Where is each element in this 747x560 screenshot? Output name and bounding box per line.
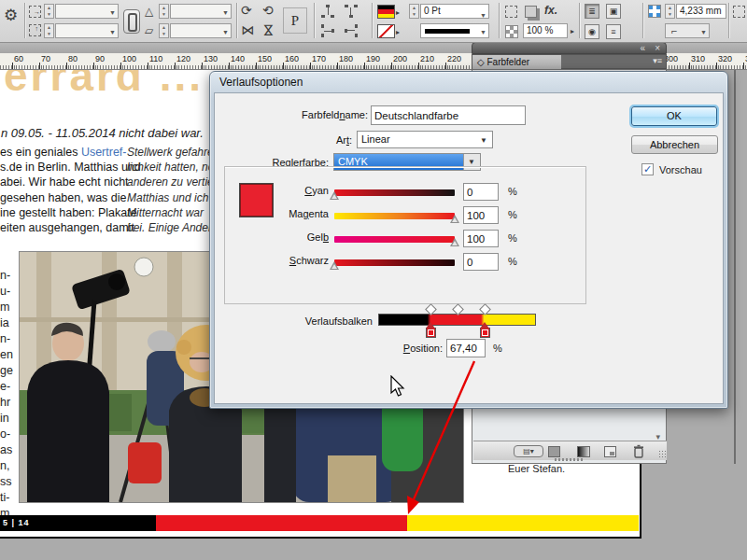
ruler-number: 150 — [258, 54, 272, 63]
panel-resize-grip[interactable] — [658, 450, 667, 458]
swatch-name-label: Farbfeldname: — [252, 109, 368, 120]
effects-fx-icon[interactable]: fx. — [544, 4, 557, 17]
ramp-stop-marker[interactable] — [480, 328, 490, 338]
ruler-number: 110 — [149, 54, 162, 63]
cancel-button[interactable]: Abbrechen — [631, 135, 718, 154]
corner-style-dropdown[interactable]: ⌐▼ — [665, 23, 710, 38]
marching-ants-icon[interactable] — [733, 6, 745, 18]
new-color-group-button[interactable] — [548, 446, 560, 457]
ruler-number: 220 — [447, 54, 461, 63]
percent-label: % — [508, 256, 517, 267]
panel-resize-blind[interactable] — [555, 458, 585, 461]
height-icon: ↑ — [29, 24, 41, 36]
article-dateline: n 09.05. - 11.05.2014 nicht dabei war. — [1, 126, 204, 140]
wrap-object-shape-icon[interactable]: ◉ — [585, 24, 599, 39]
distribute-icon[interactable] — [321, 24, 334, 37]
stroke-flyout-icon[interactable]: ▸ — [396, 26, 400, 39]
link-scale-icon[interactable] — [123, 9, 140, 34]
corner-radius-field[interactable]: 4,233 mm — [676, 4, 726, 19]
opacity-flyout-icon[interactable]: ▸ — [571, 25, 574, 38]
stroke-weight-field[interactable]: 0 Pt▼ — [420, 4, 489, 19]
schwarz-slider-thumb[interactable] — [330, 261, 339, 270]
new-gradient-button[interactable] — [577, 446, 590, 457]
margin-fragment: o- — [0, 427, 16, 442]
flip-vertical-icon[interactable]: ⋈ — [262, 23, 275, 36]
gradient-ramp-wrap — [378, 314, 536, 326]
control-toolbar: ⚙ → ↑ ▲▼ ▲▼ ▼ ▼ △ ▱ ▲▼ ▲▼ ▼ ▼ ⟳ ⟲ ⋈ ⋈ P … — [0, 0, 747, 43]
text-line: ine gestellt haben: Plakate — [0, 205, 120, 220]
magenta-slider-track[interactable] — [334, 213, 455, 219]
cyan-slider-thumb[interactable] — [330, 191, 339, 200]
gradient-type-dropdown[interactable]: Linear▼ — [357, 131, 493, 148]
stroke-swatch[interactable] — [377, 24, 395, 38]
gradient-ramp[interactable] — [378, 314, 536, 326]
position-label: Position: — [345, 343, 443, 354]
schwarz-slider-track[interactable] — [334, 259, 455, 266]
fill-flyout-icon[interactable]: ▸ — [396, 7, 400, 20]
schwarz-value-input[interactable] — [463, 253, 499, 271]
magenta-value-input[interactable] — [463, 206, 499, 224]
ok-button[interactable]: OK — [631, 106, 717, 126]
flip-horizontal-icon[interactable]: ⋈ — [241, 23, 254, 36]
distribute-icon[interactable] — [345, 5, 358, 18]
rotation-angle-icon: △ — [145, 5, 153, 18]
shear-stepper[interactable]: ▲▼ — [159, 23, 169, 38]
new-swatch-button[interactable] — [604, 446, 616, 457]
delete-swatch-icon[interactable] — [632, 444, 645, 458]
margin-fragment: as — [0, 442, 16, 458]
tab-farbfelder[interactable]: ◇ Farbfelder — [472, 55, 561, 69]
position-input[interactable] — [446, 339, 486, 357]
panel-menu-icon[interactable]: ▾≡ — [653, 56, 662, 65]
rotate-ccw-icon[interactable]: ⟲ — [262, 4, 274, 17]
corner-radius-stepper[interactable]: ▲▼ — [665, 4, 675, 19]
wrap-bounding-box-icon[interactable]: ▣ — [606, 4, 621, 19]
rotation-stepper[interactable]: ▲▼ — [159, 4, 169, 19]
magenta-slider-thumb[interactable] — [450, 215, 459, 223]
gradient-type-label: Art: — [252, 134, 352, 146]
scale-y-stepper[interactable]: ▲▼ — [44, 23, 54, 38]
wrap-jump-icon[interactable]: ≡ — [606, 24, 621, 39]
scale-x-stepper[interactable]: ▲▼ — [44, 4, 54, 19]
slider-row-gelb: Gelb % — [215, 230, 588, 253]
distribute-icon[interactable] — [321, 5, 334, 18]
preview-checkbox[interactable]: ✓ — [641, 163, 654, 175]
cyan-value-input[interactable] — [463, 183, 499, 201]
close-panel-icon[interactable]: × — [655, 43, 660, 54]
object-style-icon[interactable] — [505, 6, 517, 18]
fill-swatch[interactable] — [377, 5, 395, 19]
stroke-style-dropdown[interactable]: ▼ — [420, 23, 489, 38]
distribute-icon[interactable] — [345, 24, 358, 37]
gelb-slider-thumb[interactable] — [450, 238, 459, 246]
swatch-name-input[interactable] — [371, 105, 526, 125]
opacity-field[interactable]: 100 % — [523, 23, 568, 38]
wrap-none-icon[interactable]: ≣ — [585, 4, 599, 19]
margin-fragments: n-u-mian-engee-hrino-asn,ssti-m — [0, 268, 16, 522]
margin-fragment: n, — [0, 458, 16, 474]
page-indicator: 5 | 14 — [3, 518, 30, 527]
corner-options-icon[interactable] — [648, 5, 661, 18]
gradient-options-dialog: Verlaufsoptionen Farbfeldname: Art: Line… — [209, 71, 728, 409]
gelb-slider-track[interactable] — [334, 236, 455, 243]
shear-dropdown[interactable]: ▼ — [170, 23, 232, 38]
margin-fragment: u- — [0, 284, 16, 300]
rotation-dropdown[interactable]: ▼ — [170, 4, 232, 19]
scale-y-dropdown[interactable]: ▼ — [55, 23, 119, 38]
panel-buttonbar: ▤▾ — [473, 441, 667, 460]
scale-x-dropdown[interactable]: ▼ — [55, 4, 119, 19]
rotate-cw-icon[interactable]: ⟳ — [241, 4, 252, 17]
stroke-weight-stepper[interactable]: ▲▼ — [409, 4, 419, 19]
paragraph-proxy-icon: P — [283, 7, 307, 34]
cyan-slider-track[interactable] — [334, 189, 455, 196]
margin-fragment: ia — [0, 315, 16, 331]
ruler-number: 130 — [204, 54, 218, 63]
ruler-number: 200 — [393, 54, 407, 63]
show-swatch-kinds-button[interactable]: ▤▾ — [514, 445, 543, 457]
collapse-panel-icon[interactable]: « — [640, 43, 645, 54]
ramp-stop-marker[interactable] — [426, 328, 436, 338]
preview-label: Vorschau — [659, 164, 702, 175]
margin-fragment: in — [0, 411, 16, 427]
drop-shadow-icon[interactable] — [525, 6, 537, 18]
reference-point-icon[interactable]: ⚙ — [4, 9, 18, 22]
gelb-value-input[interactable] — [463, 230, 499, 247]
panel-tabrow: ◇ Farbfelder ▾≡ — [472, 54, 667, 69]
